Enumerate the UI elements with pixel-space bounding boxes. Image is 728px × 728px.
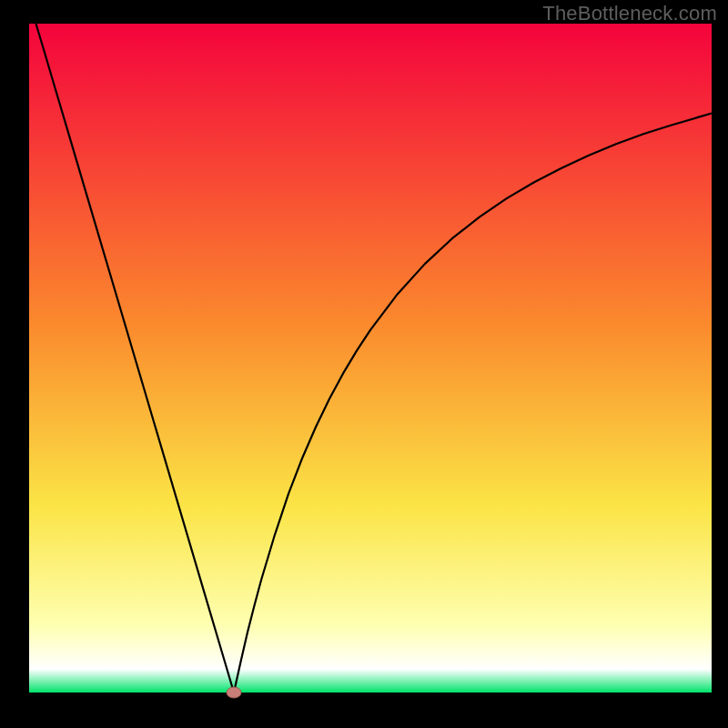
chart-frame: TheBottleneck.com: [0, 0, 728, 728]
optimal-point-marker: [227, 687, 241, 698]
chart-gradient-bg: [29, 24, 712, 693]
watermark-text: TheBottleneck.com: [542, 2, 717, 25]
bottleneck-chart: [0, 0, 728, 728]
